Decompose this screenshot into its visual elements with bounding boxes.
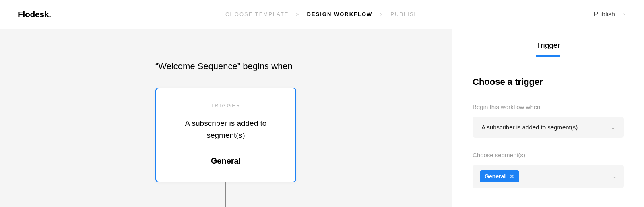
tab-row: Trigger [473, 41, 624, 57]
trigger-card[interactable]: TRIGGER A subscriber is added to segment… [155, 88, 296, 182]
app-header: Flodesk. CHOOSE TEMPLATE > DESIGN WORKFL… [0, 0, 644, 29]
chevron-right-icon: > [296, 12, 299, 17]
workflow-canvas: “Welcome Sequence” begins when TRIGGER A… [0, 29, 452, 207]
publish-button[interactable]: Publish → [594, 10, 626, 18]
settings-sidebar: Trigger Choose a trigger Begin this work… [452, 29, 644, 207]
step-choose-template[interactable]: CHOOSE TEMPLATE [225, 11, 289, 17]
tab-trigger[interactable]: Trigger [536, 41, 560, 57]
trigger-type-value: A subscriber is added to segment(s) [481, 124, 578, 131]
trigger-card-eyebrow: TRIGGER [167, 103, 284, 109]
workflow-title: “Welcome Sequence” begins when [155, 61, 381, 72]
breadcrumb: CHOOSE TEMPLATE > DESIGN WORKFLOW > PUBL… [225, 11, 419, 17]
remove-segment-icon[interactable]: ✕ [510, 173, 514, 180]
step-design-workflow[interactable]: DESIGN WORKFLOW [307, 11, 372, 17]
chevron-down-icon: ⌄ [611, 125, 615, 130]
segment-select[interactable]: General ✕ ⌄ [473, 165, 624, 188]
publish-button-label: Publish [594, 11, 615, 18]
segment-chip-label: General [485, 173, 506, 180]
chevron-right-icon: > [380, 12, 383, 17]
chevron-down-icon: ⌄ [613, 174, 617, 179]
segments-label: Choose segment(s) [473, 152, 624, 158]
panel-heading: Choose a trigger [473, 77, 624, 87]
arrow-right-icon: → [619, 10, 626, 18]
trigger-card-segment: General [167, 156, 284, 166]
step-publish[interactable]: PUBLISH [390, 11, 419, 17]
begin-label: Begin this workflow when [473, 103, 624, 110]
main-content: “Welcome Sequence” begins when TRIGGER A… [0, 29, 644, 207]
logo: Flodesk. [18, 10, 51, 19]
trigger-type-select[interactable]: A subscriber is added to segment(s) ⌄ [473, 117, 624, 138]
segment-chip: General ✕ [480, 170, 519, 182]
connector-line [225, 182, 226, 207]
trigger-card-description: A subscriber is added to segment(s) [167, 117, 284, 142]
